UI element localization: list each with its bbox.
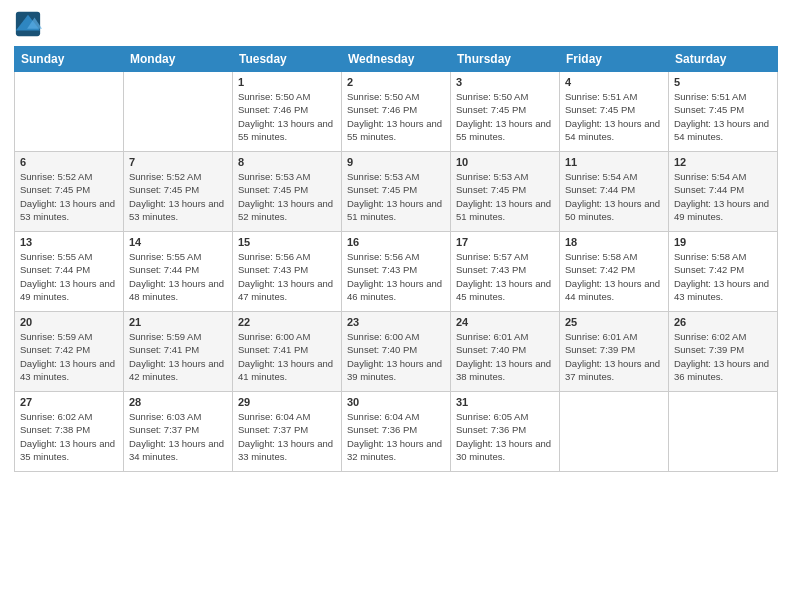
calendar-cell: 27Sunrise: 6:02 AM Sunset: 7:38 PM Dayli… [15, 392, 124, 472]
col-header-wednesday: Wednesday [342, 47, 451, 72]
calendar-cell: 13Sunrise: 5:55 AM Sunset: 7:44 PM Dayli… [15, 232, 124, 312]
calendar-cell: 1Sunrise: 5:50 AM Sunset: 7:46 PM Daylig… [233, 72, 342, 152]
calendar-cell: 8Sunrise: 5:53 AM Sunset: 7:45 PM Daylig… [233, 152, 342, 232]
day-number: 7 [129, 156, 227, 168]
day-number: 4 [565, 76, 663, 88]
col-header-saturday: Saturday [669, 47, 778, 72]
day-number: 25 [565, 316, 663, 328]
calendar-cell: 5Sunrise: 5:51 AM Sunset: 7:45 PM Daylig… [669, 72, 778, 152]
day-number: 28 [129, 396, 227, 408]
day-number: 5 [674, 76, 772, 88]
day-info: Sunrise: 6:02 AM Sunset: 7:38 PM Dayligh… [20, 410, 118, 463]
calendar-cell: 15Sunrise: 5:56 AM Sunset: 7:43 PM Dayli… [233, 232, 342, 312]
day-number: 18 [565, 236, 663, 248]
calendar-cell: 7Sunrise: 5:52 AM Sunset: 7:45 PM Daylig… [124, 152, 233, 232]
day-info: Sunrise: 6:04 AM Sunset: 7:37 PM Dayligh… [238, 410, 336, 463]
calendar-cell: 12Sunrise: 5:54 AM Sunset: 7:44 PM Dayli… [669, 152, 778, 232]
logo [14, 10, 48, 38]
day-info: Sunrise: 5:56 AM Sunset: 7:43 PM Dayligh… [347, 250, 445, 303]
day-info: Sunrise: 6:05 AM Sunset: 7:36 PM Dayligh… [456, 410, 554, 463]
day-number: 10 [456, 156, 554, 168]
calendar-week-1: 1Sunrise: 5:50 AM Sunset: 7:46 PM Daylig… [15, 72, 778, 152]
day-number: 16 [347, 236, 445, 248]
day-info: Sunrise: 5:53 AM Sunset: 7:45 PM Dayligh… [347, 170, 445, 223]
calendar-week-3: 13Sunrise: 5:55 AM Sunset: 7:44 PM Dayli… [15, 232, 778, 312]
day-info: Sunrise: 5:51 AM Sunset: 7:45 PM Dayligh… [565, 90, 663, 143]
day-info: Sunrise: 6:04 AM Sunset: 7:36 PM Dayligh… [347, 410, 445, 463]
day-info: Sunrise: 6:03 AM Sunset: 7:37 PM Dayligh… [129, 410, 227, 463]
day-info: Sunrise: 6:00 AM Sunset: 7:41 PM Dayligh… [238, 330, 336, 383]
day-info: Sunrise: 6:02 AM Sunset: 7:39 PM Dayligh… [674, 330, 772, 383]
calendar-week-5: 27Sunrise: 6:02 AM Sunset: 7:38 PM Dayli… [15, 392, 778, 472]
calendar-cell: 30Sunrise: 6:04 AM Sunset: 7:36 PM Dayli… [342, 392, 451, 472]
day-number: 20 [20, 316, 118, 328]
day-number: 27 [20, 396, 118, 408]
calendar-cell [15, 72, 124, 152]
calendar-cell: 23Sunrise: 6:00 AM Sunset: 7:40 PM Dayli… [342, 312, 451, 392]
day-number: 26 [674, 316, 772, 328]
day-info: Sunrise: 6:01 AM Sunset: 7:40 PM Dayligh… [456, 330, 554, 383]
calendar-header: SundayMondayTuesdayWednesdayThursdayFrid… [15, 47, 778, 72]
calendar-cell: 24Sunrise: 6:01 AM Sunset: 7:40 PM Dayli… [451, 312, 560, 392]
day-number: 13 [20, 236, 118, 248]
col-header-thursday: Thursday [451, 47, 560, 72]
calendar-cell [669, 392, 778, 472]
calendar-cell: 19Sunrise: 5:58 AM Sunset: 7:42 PM Dayli… [669, 232, 778, 312]
calendar-cell: 11Sunrise: 5:54 AM Sunset: 7:44 PM Dayli… [560, 152, 669, 232]
col-header-tuesday: Tuesday [233, 47, 342, 72]
day-number: 29 [238, 396, 336, 408]
calendar-cell: 16Sunrise: 5:56 AM Sunset: 7:43 PM Dayli… [342, 232, 451, 312]
day-number: 31 [456, 396, 554, 408]
day-info: Sunrise: 5:55 AM Sunset: 7:44 PM Dayligh… [129, 250, 227, 303]
calendar-week-4: 20Sunrise: 5:59 AM Sunset: 7:42 PM Dayli… [15, 312, 778, 392]
calendar-cell: 29Sunrise: 6:04 AM Sunset: 7:37 PM Dayli… [233, 392, 342, 472]
calendar-cell: 4Sunrise: 5:51 AM Sunset: 7:45 PM Daylig… [560, 72, 669, 152]
calendar-cell: 10Sunrise: 5:53 AM Sunset: 7:45 PM Dayli… [451, 152, 560, 232]
day-info: Sunrise: 6:00 AM Sunset: 7:40 PM Dayligh… [347, 330, 445, 383]
day-info: Sunrise: 5:54 AM Sunset: 7:44 PM Dayligh… [565, 170, 663, 223]
logo-icon [14, 10, 42, 38]
calendar-cell: 17Sunrise: 5:57 AM Sunset: 7:43 PM Dayli… [451, 232, 560, 312]
header [14, 10, 778, 38]
day-info: Sunrise: 5:54 AM Sunset: 7:44 PM Dayligh… [674, 170, 772, 223]
day-info: Sunrise: 5:50 AM Sunset: 7:46 PM Dayligh… [347, 90, 445, 143]
day-number: 21 [129, 316, 227, 328]
day-info: Sunrise: 5:53 AM Sunset: 7:45 PM Dayligh… [238, 170, 336, 223]
day-number: 3 [456, 76, 554, 88]
day-number: 15 [238, 236, 336, 248]
day-info: Sunrise: 5:51 AM Sunset: 7:45 PM Dayligh… [674, 90, 772, 143]
calendar-cell: 6Sunrise: 5:52 AM Sunset: 7:45 PM Daylig… [15, 152, 124, 232]
calendar-cell: 9Sunrise: 5:53 AM Sunset: 7:45 PM Daylig… [342, 152, 451, 232]
calendar-cell [124, 72, 233, 152]
day-number: 24 [456, 316, 554, 328]
day-info: Sunrise: 5:56 AM Sunset: 7:43 PM Dayligh… [238, 250, 336, 303]
calendar-table: SundayMondayTuesdayWednesdayThursdayFrid… [14, 46, 778, 472]
col-header-friday: Friday [560, 47, 669, 72]
day-number: 12 [674, 156, 772, 168]
col-header-sunday: Sunday [15, 47, 124, 72]
day-info: Sunrise: 5:59 AM Sunset: 7:41 PM Dayligh… [129, 330, 227, 383]
calendar-cell: 2Sunrise: 5:50 AM Sunset: 7:46 PM Daylig… [342, 72, 451, 152]
calendar-cell: 25Sunrise: 6:01 AM Sunset: 7:39 PM Dayli… [560, 312, 669, 392]
day-number: 19 [674, 236, 772, 248]
day-number: 1 [238, 76, 336, 88]
day-info: Sunrise: 5:58 AM Sunset: 7:42 PM Dayligh… [674, 250, 772, 303]
calendar-cell: 18Sunrise: 5:58 AM Sunset: 7:42 PM Dayli… [560, 232, 669, 312]
day-number: 17 [456, 236, 554, 248]
calendar-cell: 28Sunrise: 6:03 AM Sunset: 7:37 PM Dayli… [124, 392, 233, 472]
day-number: 2 [347, 76, 445, 88]
day-info: Sunrise: 5:58 AM Sunset: 7:42 PM Dayligh… [565, 250, 663, 303]
day-number: 9 [347, 156, 445, 168]
calendar-cell: 22Sunrise: 6:00 AM Sunset: 7:41 PM Dayli… [233, 312, 342, 392]
day-info: Sunrise: 5:59 AM Sunset: 7:42 PM Dayligh… [20, 330, 118, 383]
day-number: 11 [565, 156, 663, 168]
day-info: Sunrise: 5:52 AM Sunset: 7:45 PM Dayligh… [129, 170, 227, 223]
day-info: Sunrise: 5:55 AM Sunset: 7:44 PM Dayligh… [20, 250, 118, 303]
day-number: 22 [238, 316, 336, 328]
day-number: 23 [347, 316, 445, 328]
calendar-cell: 14Sunrise: 5:55 AM Sunset: 7:44 PM Dayli… [124, 232, 233, 312]
calendar-cell: 21Sunrise: 5:59 AM Sunset: 7:41 PM Dayli… [124, 312, 233, 392]
day-info: Sunrise: 5:57 AM Sunset: 7:43 PM Dayligh… [456, 250, 554, 303]
day-number: 8 [238, 156, 336, 168]
day-info: Sunrise: 5:50 AM Sunset: 7:46 PM Dayligh… [238, 90, 336, 143]
